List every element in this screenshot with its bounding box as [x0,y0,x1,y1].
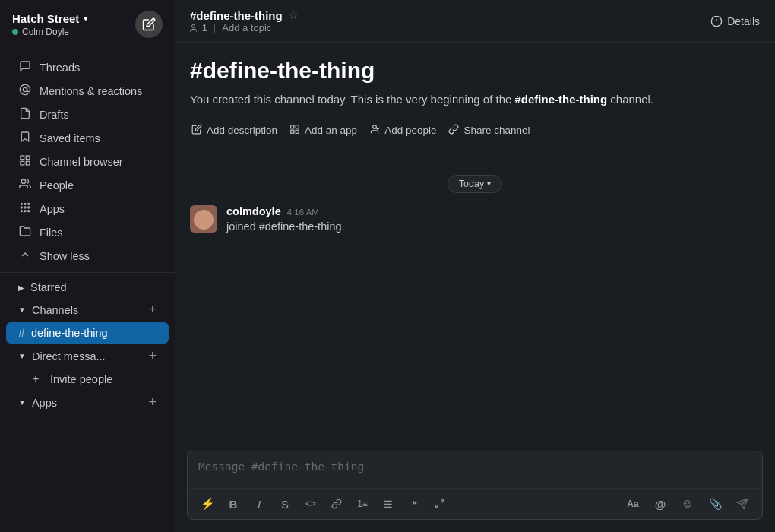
add-app-sidebar-btn[interactable]: + [148,394,157,410]
toolbar-more-btn[interactable] [428,493,452,515]
channels-arrow-icon: ▼ [18,306,26,314]
message-time: 4:16 AM [287,207,319,217]
svg-rect-21 [291,130,294,133]
workspace-name-btn[interactable]: Hatch Street ▾ [12,12,88,25]
share-icon [448,124,459,137]
nav-section-divider [0,272,175,273]
nav-item-apps[interactable]: Apps [6,198,169,220]
toolbar-ordered-list-btn[interactable]: 1≡ [350,493,375,515]
svg-rect-19 [291,125,294,128]
svg-point-23 [373,125,377,128]
mentions-label: Mentions & reactions [40,85,142,97]
section-starred[interactable]: ▶ Starred [6,277,169,297]
nav-item-saved[interactable]: Saved items [6,127,169,150]
svg-rect-20 [296,125,299,128]
pencil-icon [191,124,202,137]
svg-point-10 [24,207,26,208]
message-input[interactable] [188,451,762,485]
channel-intro-desc: You created this channel today. This is … [190,91,760,109]
add-dm-btn[interactable]: + [148,348,157,364]
channel-browser-label: Channel browser [40,156,123,168]
toolbar-code-btn[interactable]: <> [299,493,323,515]
section-direct-messages[interactable]: ▼ Direct messa... + [6,344,169,368]
share-channel-btn[interactable]: Share channel [447,121,531,140]
show-less-icon [18,249,32,264]
channels-section-left: ▼ Channels [18,304,78,316]
toolbar-strikethrough-btn[interactable]: S [273,493,297,515]
date-pill[interactable]: Today ▾ [448,175,502,193]
avatar-face [194,210,214,230]
svg-point-12 [21,211,22,212]
intro-prefix: You created this channel today. This is … [190,93,515,106]
nav-item-drafts[interactable]: Drafts [6,103,169,126]
channel-item-define-the-thing[interactable]: # define-the-thing [6,322,169,344]
dm-arrow-icon: ▼ [18,352,26,360]
compose-button[interactable] [135,11,163,38]
saved-label: Saved items [40,132,100,144]
starred-arrow-icon: ▶ [18,283,24,292]
nav-item-files[interactable]: Files [6,221,169,244]
sidebar: Hatch Street ▾ Colm Doyle [0,0,175,532]
send-icon [736,498,748,510]
nav-item-invite-people[interactable]: + Invite people [6,369,169,390]
invite-label: Invite people [50,373,112,385]
channel-topic[interactable]: Add a topic [222,22,271,33]
nav-item-mentions[interactable]: Mentions & reactions [6,80,169,103]
toolbar-mention-btn[interactable]: @ [648,493,672,515]
avatar [190,205,217,233]
workspace-info: Hatch Street ▾ Colm Doyle [12,12,88,37]
svg-point-5 [21,179,25,183]
info-icon [710,15,723,27]
add-description-label: Add description [207,125,277,136]
svg-line-27 [436,505,439,508]
toolbar-bullet-list-btn[interactable]: ☰ [376,493,400,515]
send-button[interactable] [730,493,754,515]
nav-item-threads[interactable]: Threads [6,56,169,79]
nav-item-show-less[interactable]: Show less [6,245,169,268]
channel-header: #define-the-thing ☆ 1 | Add a topic [175,0,775,43]
svg-rect-4 [26,161,30,165]
svg-point-11 [28,207,30,208]
link-icon [331,499,342,509]
nav-item-channel-browser[interactable]: Channel browser [6,150,169,173]
people-label: People [40,179,74,192]
toolbar-lightning-btn[interactable]: ⚡ [195,493,220,515]
workspace-header: Hatch Street ▾ Colm Doyle [0,0,175,49]
toolbar-blockquote-btn[interactable]: ❝ [402,493,426,515]
toolbar-bold-btn[interactable]: B [221,493,245,515]
files-icon [18,225,32,240]
channel-hash-icon: # [18,326,25,340]
nav-item-people[interactable]: People [6,174,169,197]
status-online-dot [12,29,18,35]
toolbar-emoji-btn[interactable]: ☺ [675,493,700,515]
section-apps[interactable]: ▼ Apps + [6,391,169,414]
section-channels[interactable]: ▼ Channels + [6,298,169,321]
starred-label: Starred [30,281,67,293]
add-channel-btn[interactable]: + [148,302,157,318]
svg-point-6 [21,203,22,204]
files-label: Files [40,226,63,239]
meta-divider: | [214,22,216,33]
toolbar-text-format-btn[interactable]: Aa [621,493,645,515]
message-content: colmdoyle 4:16 AM joined #define-the-thi… [226,205,760,236]
channels-label: Channels [32,304,78,316]
more-icon [435,499,445,509]
add-app-btn[interactable]: Add an app [288,121,359,140]
channel-browser-icon [18,154,32,169]
workspace-name-text: Hatch Street [12,12,79,25]
details-button[interactable]: Details [710,15,760,27]
channel-star-icon[interactable]: ☆ [289,9,299,21]
compose-icon [142,17,156,31]
toolbar-attachment-btn[interactable]: 📎 [703,493,727,515]
toolbar-italic-btn[interactable]: I [247,493,271,515]
mentions-icon [18,84,32,99]
apps-icon [18,201,32,217]
date-label: Today [459,179,484,189]
starred-section-left: ▶ Starred [18,281,67,293]
add-people-btn[interactable]: Add people [368,121,438,140]
add-description-btn[interactable]: Add description [190,121,279,140]
channel-meta: 1 | Add a topic [190,22,299,33]
toolbar-link-btn[interactable] [324,493,349,515]
saved-icon [18,131,32,146]
details-label: Details [727,15,760,27]
